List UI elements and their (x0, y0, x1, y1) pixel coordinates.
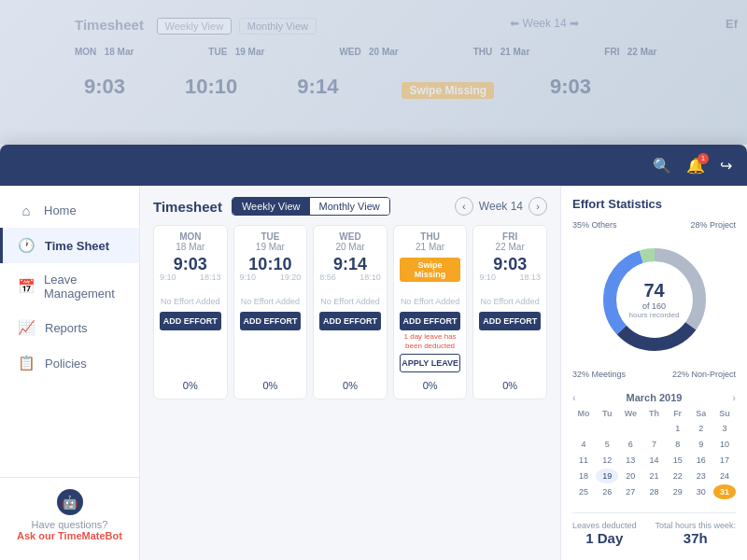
cal-day-8[interactable]: 8 (667, 437, 689, 452)
cal-day-14[interactable]: 14 (642, 453, 665, 468)
cal-day-21[interactable]: 21 (642, 469, 665, 483)
cal-header-su: Su (713, 407, 736, 420)
logout-icon[interactable]: ↪ (720, 157, 732, 175)
cal-header-sa: Sa (690, 407, 712, 420)
mon-end: 18:13 (200, 273, 221, 282)
cal-day-29[interactable]: 29 (667, 484, 689, 499)
day-col-fri: FRI 22 Mar 9:03 9:10 18:13 No Effort Add… (472, 225, 547, 399)
mon-time-range: 9:10 18:13 (160, 273, 221, 282)
sidebar-item-reports[interactable]: 📈 Reports (0, 310, 139, 345)
thu-apply-leave-btn[interactable]: APPLY LEAVE (400, 354, 461, 372)
cal-day-30[interactable]: 30 (690, 484, 712, 499)
mon-time: 9:03 (174, 256, 207, 273)
donut-number: 74 (629, 280, 680, 301)
sidebar-item-timesheet[interactable]: 🕐 Time Sheet (0, 228, 139, 263)
cal-day-empty-4 (642, 421, 665, 436)
effort-panel: Effort Statistics 35% Others 28% Project (560, 186, 747, 560)
wed-percent: 0% (343, 372, 358, 391)
prev-month-btn[interactable]: ‹ (572, 392, 576, 403)
fri-day-label: FRI (502, 231, 517, 242)
timesheet-title: Timesheet (153, 199, 222, 215)
nonproj-label: 22% Non-Project (655, 370, 737, 379)
tue-no-effort: No Effort Added (241, 297, 300, 306)
cal-day-28[interactable]: 28 (642, 484, 665, 499)
cal-day-empty-2 (596, 421, 618, 436)
next-month-btn[interactable]: › (732, 392, 736, 403)
tue-day-label: TUE (261, 231, 279, 242)
cal-day-18[interactable]: 18 (572, 469, 595, 483)
cal-header-th: Th (642, 407, 665, 420)
wed-add-effort-btn[interactable]: ADD EFFORT (319, 312, 381, 330)
tue-add-effort-btn[interactable]: ADD EFFORT (240, 312, 302, 330)
cal-day-15[interactable]: 15 (667, 453, 689, 468)
tue-time-range: 9:10 19:20 (240, 273, 302, 282)
cal-day-12[interactable]: 12 (596, 453, 618, 468)
prev-week-btn[interactable]: ‹ (455, 197, 473, 216)
cal-day-3[interactable]: 3 (713, 421, 736, 436)
cal-day-4[interactable]: 4 (572, 437, 595, 452)
hours-label: Total hours this week: (655, 521, 736, 530)
cal-day-empty-3 (619, 421, 641, 436)
cal-day-25[interactable]: 25 (572, 484, 595, 499)
main-layout: ⌂ Home 🕐 Time Sheet 📅 Leave Management 📈… (0, 186, 747, 560)
cal-day-20[interactable]: 20 (619, 469, 641, 483)
leaves-stat: Leaves deducted 1 Day (572, 521, 637, 546)
fri-start: 9:10 (479, 273, 496, 282)
sidebar-item-leave[interactable]: 📅 Leave Management (0, 263, 139, 310)
cal-day-23[interactable]: 23 (690, 469, 712, 483)
mon-add-effort-btn[interactable]: ADD EFFORT (160, 312, 221, 330)
chart-icon: 📈 (18, 319, 35, 336)
search-icon[interactable]: 🔍 (653, 157, 671, 175)
wed-day-label: WED (339, 231, 360, 242)
fri-time: 9:03 (493, 256, 527, 273)
calendar-icon: 📅 (18, 278, 35, 295)
cal-day-31[interactable]: 31 (713, 484, 736, 499)
top-bar: 🔍 🔔 1 ↪ (0, 145, 747, 186)
cal-day-13[interactable]: 13 (619, 453, 641, 468)
sidebar-label-policies: Policies (45, 357, 87, 371)
wed-no-effort: No Effort Added (320, 297, 379, 306)
day-col-tue: TUE 19 Mar 10:10 9:10 19:20 No Effort Ad… (233, 225, 308, 399)
cal-day-9[interactable]: 9 (690, 437, 712, 452)
fri-add-effort-btn[interactable]: ADD EFFORT (479, 312, 541, 330)
home-icon: ⌂ (18, 203, 35, 218)
cal-day-10[interactable]: 10 (713, 437, 736, 452)
day-col-mon: MON 18 Mar 9:03 9:10 18:13 No Effort Add… (153, 225, 228, 399)
cal-day-27[interactable]: 27 (619, 484, 641, 499)
sidebar-label-leave: Leave Management (44, 273, 124, 301)
wed-time-range: 8:56 18:10 (319, 273, 381, 282)
cal-day-24[interactable]: 24 (713, 469, 736, 483)
cal-header-tu: Tu (596, 407, 618, 420)
hours-value: 37h (655, 530, 736, 546)
days-grid: MON 18 Mar 9:03 9:10 18:13 No Effort Add… (153, 225, 547, 399)
cal-day-19[interactable]: 19 (596, 469, 618, 483)
stat-labels: 35% Others 28% Project (572, 220, 736, 230)
cal-day-1[interactable]: 1 (667, 421, 689, 436)
cal-day-5[interactable]: 5 (596, 437, 618, 452)
cal-day-7[interactable]: 7 (642, 437, 665, 452)
cal-header-fr: Fr (667, 407, 689, 420)
cal-day-22[interactable]: 22 (667, 469, 689, 483)
cal-day-11[interactable]: 11 (572, 453, 595, 468)
tue-end: 19:20 (280, 273, 302, 282)
monthly-view-tab[interactable]: Monthly View (310, 198, 389, 215)
mon-start: 9:10 (160, 273, 176, 282)
cal-day-2[interactable]: 2 (690, 421, 712, 436)
sidebar-item-policies[interactable]: 📋 Policies (0, 345, 139, 381)
next-week-btn[interactable]: › (529, 197, 547, 216)
cal-day-26[interactable]: 26 (596, 484, 618, 499)
thu-add-effort-btn[interactable]: ADD EFFORT (400, 312, 461, 330)
sidebar-label-home: Home (44, 203, 77, 217)
cal-day-16[interactable]: 16 (690, 453, 712, 468)
donut-center: 74 of 160 hours recorded (629, 280, 680, 319)
cal-day-17[interactable]: 17 (713, 453, 736, 468)
fri-percent: 0% (502, 372, 517, 391)
cal-day-6[interactable]: 6 (619, 437, 641, 452)
weekly-view-tab[interactable]: Weekly View (233, 198, 310, 215)
mon-percent: 0% (183, 372, 198, 391)
fri-time-range: 9:10 18:13 (479, 273, 541, 282)
view-tabs: Weekly View Monthly View (232, 197, 390, 216)
bot-link[interactable]: Ask our TimeMateBot (15, 530, 124, 541)
sidebar-label-reports: Reports (45, 321, 88, 335)
sidebar-item-home[interactable]: ⌂ Home (0, 193, 139, 228)
